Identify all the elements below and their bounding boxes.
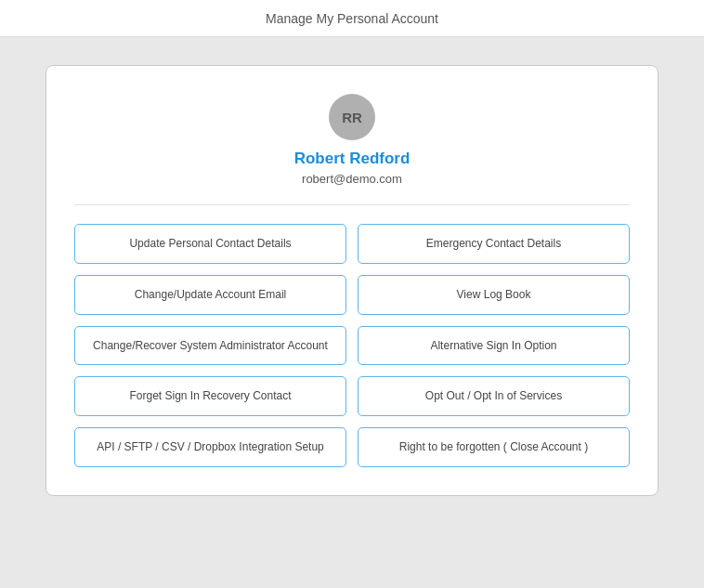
profile-email: robert@demo.com	[302, 172, 402, 186]
update-personal-contact-button[interactable]: Update Personal Contact Details	[74, 224, 346, 264]
buttons-grid: Update Personal Contact Details Emergenc…	[74, 224, 630, 467]
view-log-book-button[interactable]: View Log Book	[358, 275, 630, 315]
forget-sign-recovery-button[interactable]: Forget Sign In Recovery Contact	[74, 376, 346, 416]
change-account-email-button[interactable]: Change/Update Account Email	[74, 275, 346, 315]
change-recover-admin-button[interactable]: Change/Recover System Administrator Acco…	[74, 326, 346, 366]
api-sftp-csv-button[interactable]: API / SFTP / CSV / Dropbox Integration S…	[74, 427, 346, 467]
emergency-contact-button[interactable]: Emergency Contact Details	[358, 224, 630, 264]
alternative-sign-in-button[interactable]: Alternative Sign In Option	[358, 326, 630, 366]
page-title: Manage My Personal Account	[266, 11, 438, 26]
top-bar: Manage My Personal Account	[0, 0, 704, 37]
profile-section: RR Robert Redford robert@demo.com	[74, 94, 630, 186]
opt-out-in-button[interactable]: Opt Out / Opt In of Services	[358, 376, 630, 416]
page-body: RR Robert Redford robert@demo.com Update…	[0, 37, 704, 524]
profile-name: Robert Redford	[294, 150, 411, 168]
right-forgotten-button[interactable]: Right to be forgotten ( Close Account )	[358, 427, 630, 467]
avatar: RR	[329, 94, 375, 140]
divider	[74, 204, 630, 205]
account-card: RR Robert Redford robert@demo.com Update…	[46, 65, 658, 496]
